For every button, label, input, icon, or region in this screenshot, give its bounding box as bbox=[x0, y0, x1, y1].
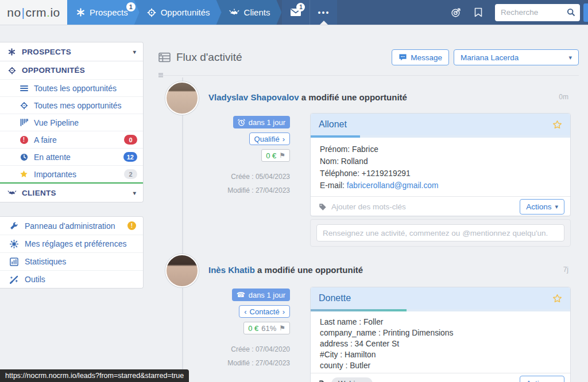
status-step-button[interactable]: ‹ Contacté › bbox=[239, 305, 290, 318]
tab-opportunites[interactable]: Opportunités bbox=[134, 0, 222, 25]
chevron-left-icon: ‹ bbox=[244, 307, 246, 316]
dropdown-arrow bbox=[320, 21, 328, 25]
activity-action: a modifié une opportunité bbox=[257, 265, 363, 275]
tab-more[interactable]: ••• bbox=[310, 0, 337, 25]
status-step-button[interactable]: Qualifié › bbox=[249, 132, 290, 145]
reminder-badge[interactable]: dans 1 jour bbox=[233, 116, 290, 128]
activity-item: Vladyslav Shapovalov a modifié une oppor… bbox=[158, 81, 579, 254]
lead-field: #City : Hamilton bbox=[320, 349, 561, 360]
lead-card: Donette Last name : Foller company_name … bbox=[310, 287, 571, 382]
lead-card-footer: Webinar Actions ▾ bbox=[311, 373, 570, 382]
author-link[interactable]: Inès Khatib bbox=[208, 265, 255, 275]
sidebar-item-en-attente[interactable]: En attente 12 bbox=[0, 148, 143, 165]
lead-card: Allonet Prénom: Fabrice Nom: Rolland Tél… bbox=[310, 113, 571, 216]
logo-cursor: | bbox=[22, 6, 25, 20]
lead-card-body: Prénom: Fabrice Nom: Rolland Téléphone: … bbox=[311, 138, 570, 196]
chevron-down-icon: ▾ bbox=[133, 190, 136, 196]
created-date: Créée : 07/04/2020 bbox=[231, 345, 290, 353]
feed-icon bbox=[158, 52, 171, 63]
sidebar-item-label: Vue Pipeline bbox=[34, 118, 79, 127]
sidebar-item-vue-pipeline[interactable]: Vue Pipeline bbox=[0, 114, 143, 131]
lead-card-header[interactable]: Allonet bbox=[311, 114, 570, 135]
activity-time: 7j bbox=[563, 266, 568, 274]
star-icon[interactable] bbox=[552, 294, 562, 303]
message-button[interactable]: Message bbox=[392, 49, 449, 65]
count-badge: 12 bbox=[123, 152, 137, 162]
alarm-clock-icon bbox=[238, 119, 245, 126]
email-link[interactable]: fabricerolland@gmail.com bbox=[347, 181, 439, 190]
lead-field: Prénom: Fabrice bbox=[320, 143, 561, 155]
lead-field: Nom: Rolland bbox=[320, 155, 561, 167]
tab-clients-label: Clients bbox=[244, 7, 270, 17]
target-icon bbox=[19, 102, 29, 110]
bookmark-icon[interactable] bbox=[474, 7, 482, 17]
sidebar-item-statistiques[interactable]: Statistiques bbox=[0, 252, 143, 270]
wrench-icon bbox=[9, 221, 19, 230]
status-label: Contacté bbox=[250, 307, 280, 316]
asterisk-icon bbox=[7, 48, 17, 56]
search-icon[interactable] bbox=[567, 8, 575, 17]
lead-card-header[interactable]: Donette bbox=[311, 287, 570, 309]
count-badge: 2 bbox=[124, 169, 137, 179]
sidebar-item-toutes-mes-opportunites[interactable]: Toutes mes opportunités bbox=[0, 96, 143, 114]
link-preview-url: https://nocrm.nocrm.io/leads?from=starre… bbox=[5, 372, 184, 380]
lead-field: Last name : Foller bbox=[320, 317, 561, 328]
tab-messages[interactable]: 1 bbox=[282, 0, 310, 25]
chevron-down-icon: ▾ bbox=[568, 54, 572, 61]
sidebar-item-label: Panneau d'administration bbox=[25, 221, 115, 231]
sidebar-section-clients[interactable]: CLIENTS ▾ bbox=[0, 184, 143, 202]
reminder-badge[interactable]: ☎ dans 1 jour bbox=[232, 289, 290, 301]
tab-clients[interactable]: Clients bbox=[216, 0, 282, 25]
sidebar-item-label: Toutes mes opportunités bbox=[34, 101, 122, 110]
goals-target-icon[interactable] bbox=[451, 7, 462, 18]
handshake-icon bbox=[7, 189, 17, 196]
sidebar-admin: Panneau d'administration ! Mes réglages … bbox=[0, 216, 144, 289]
alert-icon: ! bbox=[19, 136, 29, 144]
app-logo[interactable]: no|crm.io bbox=[0, 0, 67, 25]
activity-action: a modifié une opportunité bbox=[301, 92, 407, 102]
amount-box[interactable]: 0 € 61% ⚑ bbox=[243, 322, 290, 334]
user-filter-dropdown[interactable]: Mariana Lacerda ▾ bbox=[454, 49, 579, 65]
sidebar-section-label: OPPORTUNITÉS bbox=[22, 66, 85, 75]
chevron-right-icon: › bbox=[283, 307, 285, 316]
comment-input[interactable] bbox=[316, 224, 564, 241]
lead-field: county : Butler bbox=[320, 360, 561, 371]
sidebar-item-panneau-administration[interactable]: Panneau d'administration ! bbox=[0, 217, 143, 235]
tab-opportunites-label: Opportunités bbox=[161, 7, 210, 17]
author-link[interactable]: Vladyslav Shapovalov bbox=[208, 92, 299, 102]
lead-title[interactable]: Allonet bbox=[319, 119, 347, 130]
warning-badge: ! bbox=[127, 221, 136, 230]
sidebar-section-opportunites[interactable]: OPPORTUNITÉS bbox=[0, 61, 143, 79]
tag-chip[interactable]: Webinar bbox=[331, 377, 373, 382]
lead-field: E-mail: fabricerolland@gmail.com bbox=[320, 180, 561, 192]
tab-prospects[interactable]: Prospects 1 bbox=[67, 0, 140, 25]
amount-value: 0 € bbox=[248, 324, 258, 333]
sidebar-section-label: PROSPECTS bbox=[22, 48, 71, 56]
chevron-down-icon: ▾ bbox=[133, 49, 136, 55]
sidebar-item-reglages[interactable]: Mes réglages et préférences bbox=[0, 235, 143, 252]
amount-box[interactable]: 0 € ⚑ bbox=[261, 149, 290, 162]
star-icon[interactable] bbox=[552, 120, 562, 130]
comment-panel bbox=[310, 219, 571, 247]
lead-title[interactable]: Donette bbox=[319, 293, 351, 303]
actions-button[interactable]: Actions ▾ bbox=[520, 199, 564, 215]
avatar bbox=[165, 81, 199, 115]
logo-no: no bbox=[7, 6, 21, 20]
sidebar-item-a-faire[interactable]: ! A faire 0 bbox=[0, 131, 143, 148]
tag-icon bbox=[319, 380, 327, 382]
add-tags-field[interactable]: Ajouter des mots-clés bbox=[331, 202, 406, 211]
star-icon bbox=[19, 170, 29, 178]
clock-icon bbox=[19, 153, 29, 161]
sidebar-item-toutes-les-opportunites[interactable]: Toutes les opportunités bbox=[0, 79, 143, 96]
sidebar-item-outils[interactable]: Outils bbox=[0, 270, 143, 288]
sidebar-item-importantes[interactable]: Importantes 2 bbox=[0, 165, 143, 182]
pipeline-icon bbox=[19, 119, 29, 126]
sidebar-section-prospects[interactable]: PROSPECTS ▾ bbox=[0, 42, 143, 61]
page-title: Flux d'activité bbox=[158, 51, 242, 64]
sidebar-item-label: Mes réglages et préférences bbox=[25, 239, 126, 248]
cutoff-button[interactable] bbox=[583, 3, 588, 22]
tools-icon bbox=[9, 275, 19, 284]
prospects-count-badge: 1 bbox=[126, 2, 136, 11]
status-label: Qualifié bbox=[254, 135, 280, 143]
actions-button[interactable]: Actions ▾ bbox=[520, 376, 564, 382]
